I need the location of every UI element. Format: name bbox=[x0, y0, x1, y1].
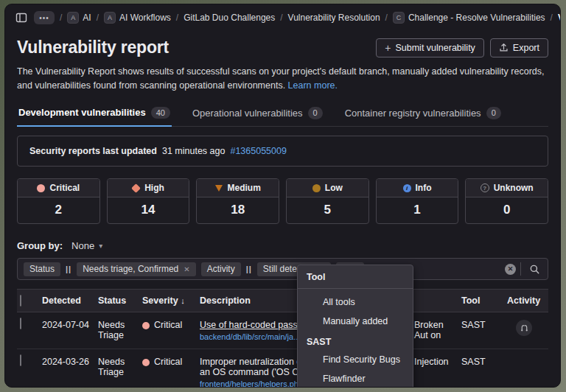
dropdown-item-flawfinder[interactable]: Flawfinder bbox=[298, 369, 413, 388]
sidebar-toggle-icon bbox=[15, 12, 27, 24]
table-row[interactable]: 2024-03-26 Needs Triage Critical Imprope… bbox=[17, 349, 548, 388]
severity-card-value: 18 bbox=[197, 197, 279, 223]
tab-count-badge: 40 bbox=[151, 107, 170, 119]
severity-medium-icon bbox=[215, 185, 223, 192]
group-by-row: Group by: None ▾ bbox=[17, 240, 548, 251]
dropdown-item-manually-added[interactable]: Manually added bbox=[298, 312, 413, 331]
severity-card-medium[interactable]: Medium 18 bbox=[196, 178, 279, 224]
plus-icon: + bbox=[385, 43, 391, 53]
breadcrumb-label: AI bbox=[83, 13, 91, 23]
tool-filter-dropdown: Tool All tools Manually added SAST Find … bbox=[297, 265, 413, 388]
group-by-select[interactable]: None ▾ bbox=[71, 240, 102, 251]
ellipsis-icon: ••• bbox=[39, 14, 49, 22]
breadcrumb-separator: / bbox=[176, 13, 178, 23]
breadcrumb-label: Vulnerability report bbox=[558, 13, 561, 23]
dropdown-title: Tool bbox=[298, 265, 413, 289]
breadcrumb-item-challenge-project[interactable]: C Challenge - Resolve Vulnerabilities bbox=[393, 12, 545, 24]
filter-token-label: Needs triage, Confirmed bbox=[83, 264, 178, 274]
filter-token-activity[interactable]: Activity bbox=[201, 262, 241, 276]
severity-card-info[interactable]: iInfo 1 bbox=[376, 178, 459, 224]
clear-filters-icon[interactable]: ✕ bbox=[505, 264, 516, 275]
column-severity[interactable]: Severity ↓ bbox=[142, 290, 200, 312]
severity-card-value: 0 bbox=[466, 197, 548, 223]
severity-critical-icon bbox=[142, 359, 150, 366]
breadcrumb-item-ai[interactable]: A AI bbox=[67, 12, 91, 24]
breadcrumb-separator: / bbox=[60, 13, 62, 23]
breadcrumb-separator: / bbox=[385, 13, 388, 23]
filter-operator: || bbox=[66, 265, 71, 273]
sidebar-toggle-button[interactable] bbox=[14, 10, 29, 25]
severity-card-label: Medium bbox=[228, 183, 261, 193]
severity-summary: Critical 2 High 14 Medium 18 Low 5 iInfo… bbox=[17, 178, 548, 224]
severity-card-label: Low bbox=[325, 183, 343, 193]
vulnerability-table: Detected Status Severity ↓ Description T… bbox=[17, 289, 548, 388]
avatar: A bbox=[104, 12, 116, 24]
divider bbox=[520, 262, 521, 276]
close-icon[interactable]: ✕ bbox=[184, 265, 189, 273]
filter-token-label: Activity bbox=[207, 264, 235, 274]
filter-token-status-value[interactable]: Needs triage, Confirmed ✕ bbox=[77, 262, 195, 276]
tab-label: Operational vulnerabilities bbox=[192, 108, 303, 119]
filter-operator: || bbox=[246, 265, 252, 273]
security-banner-time: 31 minutes ago bbox=[162, 146, 225, 156]
pipeline-link[interactable]: #1365055009 bbox=[230, 146, 286, 156]
severity-card-label: High bbox=[144, 183, 164, 193]
tab-operational-vulnerabilities[interactable]: Operational vulnerabilities 0 bbox=[191, 102, 324, 126]
cell-activity bbox=[507, 312, 548, 343]
column-tool[interactable]: Tool bbox=[461, 290, 507, 312]
column-status[interactable]: Status bbox=[98, 290, 142, 312]
tab-count-badge: 0 bbox=[486, 107, 501, 119]
question-icon: ? bbox=[481, 183, 489, 192]
filter-token-label: Status bbox=[29, 264, 55, 274]
severity-critical-icon bbox=[37, 184, 45, 192]
dropdown-item-all-tools[interactable]: All tools bbox=[298, 293, 413, 312]
page-title: Vulnerability report bbox=[17, 38, 169, 57]
severity-card-high[interactable]: High 14 bbox=[107, 178, 190, 224]
avatar: C bbox=[393, 12, 405, 24]
select-all-checkbox[interactable] bbox=[20, 295, 21, 307]
tab-count-badge: 0 bbox=[308, 107, 323, 119]
breadcrumb-item-ai-workflows[interactable]: A AI Workflows bbox=[104, 12, 171, 24]
breadcrumb-item-vulnerability-resolution[interactable]: Vulnerability Resolution bbox=[288, 13, 380, 23]
severity-card-critical[interactable]: Critical 2 bbox=[17, 178, 100, 224]
severity-card-unknown[interactable]: ?Unknown 0 bbox=[465, 178, 548, 224]
group-by-value: None bbox=[71, 240, 94, 251]
column-identifier[interactable] bbox=[414, 290, 461, 301]
tab-development-vulnerabilities[interactable]: Development vulnerabilities 40 bbox=[17, 102, 172, 127]
filter-token-status[interactable]: Status bbox=[24, 262, 60, 276]
filtered-search-bar[interactable]: Status || Needs triage, Confirmed ✕ Acti… bbox=[17, 258, 548, 280]
severity-card-low[interactable]: Low 5 bbox=[286, 178, 369, 224]
breadcrumb-separator: / bbox=[280, 13, 282, 23]
breadcrumb-ellipsis-button[interactable]: ••• bbox=[34, 11, 55, 24]
group-by-label: Group by: bbox=[17, 240, 63, 251]
main-content: Vulnerability report + Submit vulnerabil… bbox=[5, 38, 560, 388]
row-checkbox[interactable] bbox=[20, 354, 21, 366]
severity-card-value: 5 bbox=[287, 197, 368, 223]
search-button[interactable] bbox=[525, 261, 543, 277]
table-row[interactable]: 2024-07-04 Needs Triage Critical Use of … bbox=[17, 312, 548, 349]
column-activity[interactable]: Activity bbox=[507, 290, 548, 312]
activity-issue-icon[interactable] bbox=[516, 320, 532, 336]
dropdown-item-find-security-bugs[interactable]: Find Security Bugs bbox=[298, 350, 413, 369]
column-detected[interactable]: Detected bbox=[42, 290, 98, 312]
search-icon bbox=[529, 264, 540, 275]
row-checkbox[interactable] bbox=[20, 318, 21, 329]
column-severity-label: Severity bbox=[142, 295, 178, 306]
severity-card-label: Info bbox=[416, 183, 432, 193]
security-banner-label: Security reports last updated bbox=[29, 146, 157, 156]
export-button[interactable]: Export bbox=[490, 38, 548, 57]
learn-more-link[interactable]: Learn more. bbox=[288, 80, 338, 91]
severity-low-icon bbox=[312, 184, 321, 192]
cell-status: Needs Triage bbox=[98, 312, 142, 348]
breadcrumb-item-gitlab-duo-challenges[interactable]: GitLab Duo Challenges bbox=[184, 13, 275, 23]
breadcrumb-label: Vulnerability Resolution bbox=[288, 13, 380, 23]
cell-identifier: Injection bbox=[414, 349, 461, 374]
severity-high-icon bbox=[131, 183, 141, 193]
export-icon bbox=[499, 43, 509, 52]
submit-vulnerability-button[interactable]: + Submit vulnerability bbox=[376, 38, 484, 57]
tab-container-registry-vulnerabilities[interactable]: Container registry vulnerabilities 0 bbox=[343, 102, 503, 126]
severity-card-value: 14 bbox=[108, 197, 189, 223]
sort-descending-icon: ↓ bbox=[181, 296, 185, 305]
cell-activity bbox=[507, 349, 548, 364]
chevron-down-icon: ▾ bbox=[99, 242, 102, 250]
